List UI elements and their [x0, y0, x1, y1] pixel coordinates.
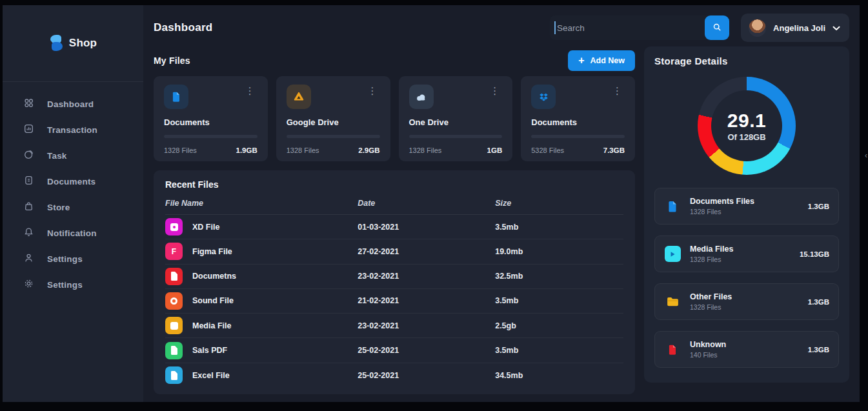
- card-size: 1.9GB: [236, 146, 257, 154]
- top-bar: Dashboard Angelina Joli: [154, 12, 849, 44]
- app-window: Shop Dashboard Transaction Task Document…: [3, 5, 860, 402]
- figma-file-icon: F: [165, 243, 183, 260]
- col-size: Size: [495, 199, 623, 208]
- sidebar-label: Notification: [47, 228, 97, 238]
- file-card-documents: ⋮ Documents 1328 Files 1.9GB: [154, 76, 268, 161]
- sidebar-label: Settings: [47, 280, 83, 290]
- card-title: Documents: [531, 117, 625, 127]
- storage-details-title: Storage Details: [654, 55, 839, 66]
- file-card-documents-2: ⋮ Documents 5328 Files 7.3GB: [521, 76, 635, 161]
- card-size: 1GB: [487, 146, 503, 154]
- sidebar-label: Transaction: [47, 125, 97, 135]
- col-date: Date: [358, 199, 495, 208]
- search-button[interactable]: [705, 15, 729, 40]
- sidebar-label: Task: [47, 151, 67, 161]
- progress-track: [409, 135, 503, 138]
- dropbox-icon: [531, 85, 556, 109]
- my-files-header: My Files + Add New: [154, 46, 635, 75]
- my-files-title: My Files: [154, 55, 190, 66]
- storage-total-label: Of 128GB: [727, 132, 765, 142]
- storage-item-other: Other Files 1328 Files 1.3GB: [654, 283, 839, 320]
- table-header: File Name Date Size: [165, 199, 623, 215]
- sidebar-label: Store: [47, 203, 70, 212]
- add-new-button[interactable]: + Add New: [568, 50, 635, 71]
- excel-file-icon: [165, 366, 183, 384]
- sidebar-item-notification[interactable]: Notification: [3, 220, 143, 246]
- shop-logo-icon: [49, 34, 65, 53]
- chevron-down-icon: [833, 22, 840, 34]
- sidebar-item-dashboard[interactable]: Dashboard: [3, 91, 143, 117]
- col-file-name: File Name: [165, 199, 358, 208]
- media-file-icon: [165, 317, 183, 334]
- recent-files-card: Recent Files File Name Date Size XD File…: [154, 170, 635, 394]
- storage-donut-chart: 29.1 Of 128GB: [698, 77, 796, 175]
- card-title: Google Drive: [287, 117, 380, 127]
- table-row[interactable]: FFigma File 27-02-2021 19.0mb: [165, 239, 623, 264]
- table-row[interactable]: Documetns 23-02-2021 32.5mb: [165, 265, 623, 289]
- storage-item-documents: Documents Files 1328 Files 1.3GB: [654, 188, 839, 225]
- donut-center: 29.1 Of 128GB: [711, 90, 782, 161]
- onedrive-cloud-icon: [409, 85, 434, 109]
- card-size: 7.3GB: [603, 146, 625, 154]
- card-files-count: 1328 Files: [287, 146, 319, 154]
- sidebar-divider: [3, 81, 143, 82]
- sidebar-item-settings-profile[interactable]: Settings: [3, 246, 143, 272]
- pdf-file-icon: [165, 342, 183, 359]
- table-row[interactable]: XD File 01-03-2021 3.5mb: [165, 215, 623, 239]
- page-title: Dashboard: [154, 21, 213, 34]
- table-row[interactable]: Excel File 25-02-2021 34.5mb: [165, 363, 623, 388]
- sidebar-label: Documents: [47, 177, 96, 186]
- sound-file-icon: [165, 292, 183, 310]
- card-menu-kebab[interactable]: ⋮: [487, 85, 502, 97]
- card-title: One Drive: [409, 117, 503, 127]
- body-row: My Files + Add New ⋮ Doc: [154, 46, 849, 394]
- brand-logo: Shop: [3, 5, 143, 81]
- document-file-icon: [165, 268, 183, 285]
- card-menu-kebab[interactable]: ⋮: [610, 85, 625, 97]
- recent-files-title: Recent Files: [165, 179, 623, 190]
- card-files-count: 1328 Files: [164, 146, 197, 154]
- transaction-icon: [23, 123, 34, 136]
- gear-icon: [23, 278, 34, 291]
- documents-files-icon: [664, 198, 681, 215]
- google-drive-icon: [287, 85, 311, 109]
- user-menu[interactable]: Angelina Joli: [741, 14, 849, 42]
- table-row[interactable]: Sound File 21-02-2021 3.5mb: [165, 289, 623, 314]
- main-column: My Files + Add New ⋮ Doc: [154, 46, 635, 394]
- sidebar-item-task[interactable]: Task: [3, 143, 143, 168]
- folder-icon: [664, 294, 681, 310]
- table-row[interactable]: Sals PDF 25-02-2021 3.5mb: [165, 338, 623, 363]
- sidebar-item-transaction[interactable]: Transaction: [3, 117, 143, 143]
- progress-track: [531, 135, 625, 138]
- sidebar-item-settings[interactable]: Settings: [3, 272, 143, 297]
- sidebar-item-documents[interactable]: Documents: [3, 168, 143, 194]
- media-files-icon: [664, 246, 681, 263]
- storage-item-media: Media Files 1328 Files 15.13GB: [654, 236, 839, 272]
- file-card-google-drive: ⋮ Google Drive 1328 Files 2.9GB: [276, 76, 390, 161]
- brand-name: Shop: [69, 37, 97, 50]
- file-cards-row: ⋮ Documents 1328 Files 1.9GB: [154, 76, 635, 161]
- edge-arrow-artifact: ‹: [865, 151, 867, 160]
- storage-item-unknown: Unknown 140 Files 1.3GB: [654, 331, 839, 368]
- right-column: Storage Details 29.1 Of 128GB Documents …: [644, 46, 849, 394]
- card-menu-kebab[interactable]: ⋮: [365, 85, 380, 97]
- screen: Shop Dashboard Transaction Task Document…: [0, 0, 868, 411]
- bell-icon: [23, 226, 34, 239]
- plus-icon: +: [578, 55, 584, 66]
- sidebar-item-store[interactable]: Store: [3, 194, 143, 220]
- card-size: 2.9GB: [358, 146, 379, 154]
- progress-track: [287, 135, 380, 138]
- xd-file-icon: [165, 218, 183, 236]
- storage-details-card: Storage Details 29.1 Of 128GB Documents …: [644, 46, 849, 383]
- table-row[interactable]: Media File 23-02-2021 2.5gb: [165, 314, 623, 338]
- file-card-one-drive: ⋮ One Drive 1328 Files 1GB: [399, 76, 513, 161]
- user-avatar: [749, 19, 766, 37]
- sidebar-label: Settings: [47, 254, 83, 264]
- dashboard-grid-icon: [23, 97, 34, 110]
- documents-file-icon: [164, 85, 188, 109]
- user-icon: [23, 252, 34, 265]
- search-input[interactable]: [550, 23, 705, 33]
- document-icon: [23, 175, 34, 188]
- text-caret: [554, 21, 556, 34]
- card-menu-kebab[interactable]: ⋮: [243, 85, 257, 97]
